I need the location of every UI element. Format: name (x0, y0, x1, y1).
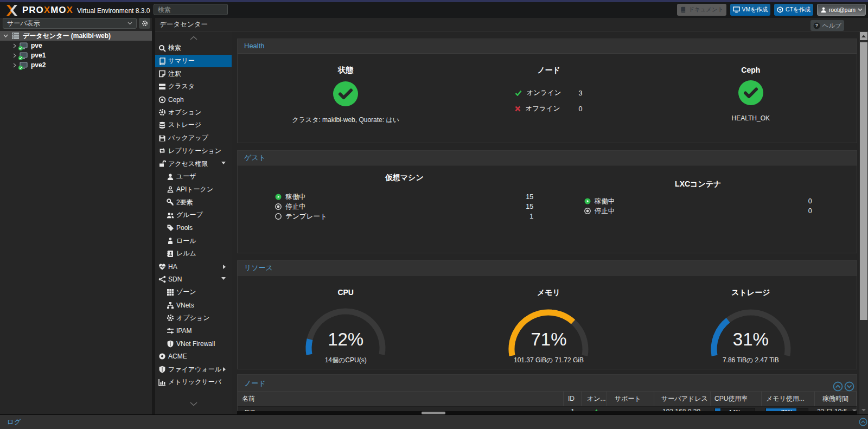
collapse-up-icon[interactable] (833, 381, 843, 392)
create-ct-button[interactable]: CTを作成 (774, 4, 813, 16)
guest-row-value: 15 (526, 193, 533, 201)
nav-scroll-down-icon[interactable] (155, 402, 232, 406)
documentation-button[interactable]: ドキュメント (677, 4, 726, 16)
nav-item-summary[interactable]: サマリー (155, 55, 232, 68)
nav-item-two-factor[interactable]: 2要素 (155, 196, 232, 209)
nav-item-options[interactable]: オプション (155, 106, 232, 119)
tree-collapse-icon[interactable] (3, 34, 9, 37)
gear-icon (166, 314, 174, 322)
nav-item-label: バックアップ (168, 133, 208, 143)
guest-row-label: テンプレート (285, 212, 327, 221)
svg-text:?: ? (815, 23, 818, 28)
column-header-5[interactable]: CPU使用率 (711, 392, 762, 406)
scroll-up-button[interactable] (860, 32, 867, 40)
health-row-label: オンライン (526, 88, 561, 98)
vscroll-thumb[interactable] (860, 42, 867, 320)
nav-item-backup[interactable]: バックアップ (155, 132, 232, 145)
nav-item-label: オプション (168, 108, 201, 117)
nav-item-notes[interactable]: 注釈 (155, 67, 232, 80)
tree-settings-button[interactable] (139, 18, 150, 29)
guest-row-value: 1 (529, 213, 533, 220)
guest-status-row: 停止中15 (275, 202, 533, 212)
nav-item-cluster[interactable]: クラスタ (155, 80, 232, 93)
tree-item-pve2[interactable]: pve2 (0, 60, 152, 70)
tree-item-datacenter[interactable]: データセンター (makibi-web) (0, 31, 152, 41)
nav-item-firewall[interactable]: ファイアウォール (155, 363, 232, 376)
retweet-icon (158, 147, 166, 155)
nav-item-ha[interactable]: HA (155, 260, 232, 273)
column-header-6[interactable]: メモリ使用... (762, 392, 815, 406)
tree-item-pve[interactable]: pve (0, 41, 152, 50)
log-expand-icon[interactable] (859, 418, 867, 426)
resources-panel-title: リソース (238, 261, 857, 276)
storage-gauge: ストレージ31%7.86 TiBの 2.47 TiB (648, 276, 854, 369)
tree-expand-icon[interactable] (13, 63, 18, 68)
search-icon (158, 44, 166, 52)
column-header-2[interactable]: オン... (582, 392, 607, 406)
nav-item-sdn-options[interactable]: オプション (155, 311, 232, 324)
nav-item-replication[interactable]: レプリケーション (155, 145, 232, 158)
nav-item-sdn[interactable]: SDN (155, 273, 232, 286)
help-button[interactable]: ? ヘルプ (810, 20, 844, 31)
nav-item-label: メトリックサーバ (168, 377, 221, 387)
user-menu-button[interactable]: root@pam (817, 4, 866, 16)
ceph-ok-icon (738, 80, 763, 105)
breadcrumb-bar: データセンター ? ヘルプ (155, 18, 868, 31)
nav-item-roles[interactable]: ロール (155, 234, 232, 247)
tree-expand-icon[interactable] (13, 43, 18, 48)
nav-item-ceph[interactable]: Ceph (155, 93, 232, 106)
nav-item-permissions[interactable]: アクセス権限 (155, 157, 232, 170)
tree-expand-icon[interactable] (13, 53, 18, 58)
tree-item-pve1[interactable]: pve1 (0, 50, 152, 60)
nav-item-label: Ceph (168, 96, 184, 104)
node-online-badge (18, 56, 23, 60)
nav-item-zones[interactable]: ゾーン (155, 286, 232, 299)
summary-content: Health 状態 クラスタ: makibi-web, Quorate: はい … (232, 31, 868, 414)
cube-icon (777, 7, 783, 13)
tags-icon (166, 224, 174, 232)
column-header-7[interactable]: 稼働時間 (815, 392, 857, 406)
guest-row-value: 15 (526, 203, 533, 210)
content-vertical-scrollbar[interactable] (859, 31, 868, 414)
node-online-badge (18, 66, 23, 70)
nav-item-groups[interactable]: グループ (155, 209, 232, 222)
ceph-heading: Ceph (741, 66, 760, 74)
nav-item-pools[interactable]: Pools (155, 222, 232, 235)
health-row-label: オフライン (525, 104, 560, 113)
help-label: ヘルプ (822, 22, 841, 30)
guest-row-value: 0 (808, 197, 812, 205)
create-vm-button[interactable]: VMを作成 (730, 4, 771, 16)
column-header-3[interactable]: サポート (607, 392, 654, 406)
nav-scroll-up-icon[interactable] (155, 36, 232, 40)
nav-item-label: ACME (168, 353, 187, 360)
nav-item-ipam[interactable]: IPAM (155, 324, 232, 337)
nav-item-users[interactable]: ユーザ (155, 170, 232, 183)
nav-item-api-tokens[interactable]: APIトークン (155, 183, 232, 196)
expand-down-icon[interactable] (844, 381, 854, 392)
nav-item-label: レプリケーション (168, 146, 221, 156)
chevron-down-icon (858, 8, 863, 11)
health-panel-title: Health (238, 39, 857, 54)
column-header-1[interactable]: ID (564, 392, 582, 406)
resources-panel: リソース CPU12%14個のCPU(s)メモリ71%101.37 GiBの 7… (237, 260, 857, 369)
nav-item-label: オプション (176, 313, 209, 323)
nav-item-vnet-firewall[interactable]: VNet Firewall (155, 337, 232, 350)
scroll-down-button[interactable] (860, 406, 867, 414)
nav-item-metric-server[interactable]: メトリックサーバ (155, 376, 232, 389)
log-bar[interactable]: ログ (0, 414, 868, 429)
cpu-percent: 12% (242, 329, 449, 350)
nav-item-acme[interactable]: ACME (155, 350, 232, 363)
column-header-0[interactable]: 名前 (238, 392, 564, 406)
user-menu-label: root@pam (829, 7, 856, 13)
nav-item-label: APIトークン (176, 185, 213, 194)
nav-item-search[interactable]: 検索 (155, 42, 232, 55)
nav-item-vnets[interactable]: VNets (155, 299, 232, 312)
global-search-input[interactable] (154, 4, 228, 15)
view-mode-select[interactable]: サーバ表示 (3, 18, 137, 29)
nav-item-realms[interactable]: レルム (155, 247, 232, 260)
nav-item-storage[interactable]: ストレージ (155, 119, 232, 132)
datacenter-nav-menu: 検索サマリー注釈クラスタCephオプションストレージバックアップレプリケーション… (155, 31, 232, 414)
tree-item-label: データセンター (makibi-web) (23, 31, 111, 41)
column-header-4[interactable]: サーバアドレス (654, 392, 711, 406)
tree-item-label: pve2 (31, 61, 46, 69)
